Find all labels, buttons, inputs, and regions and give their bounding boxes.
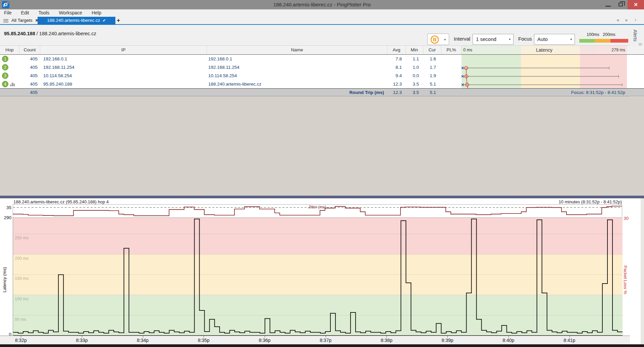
restore-button[interactable] — [615, 0, 628, 9]
chevron-down-icon: ▾ — [570, 34, 572, 44]
graph-title: 188.240.artemis-liberec.cz (95.85.240.18… — [13, 199, 109, 204]
timeline-graph-pane: 188.240.artemis-liberec.cz (95.85.240.18… — [0, 198, 644, 344]
summary-label: Round Trip (ms) — [207, 89, 387, 97]
summary-min: 3.5 — [406, 89, 423, 97]
header-cur[interactable]: Cur — [423, 46, 441, 54]
toolbar: 95.85.240.188 / 188.240.artemis-liberec.… — [0, 25, 644, 46]
close-button[interactable]: ✕ — [628, 0, 644, 9]
time-axis: 8:32p8:33p8:34p8:35p8:36p8:37p8:38p8:39p… — [0, 336, 630, 344]
hop-number-badge: 3 — [0, 71, 19, 80]
header-pl[interactable]: PL% — [441, 46, 462, 54]
hop-count: 405 — [19, 71, 40, 80]
packetloss-axis-label: Packet Loss % — [623, 265, 628, 294]
hop-count: 405 — [19, 55, 40, 63]
svg-text:100 ms: 100 ms — [15, 297, 29, 301]
hop-pl — [441, 71, 462, 80]
summary-avg: 12.3 — [387, 89, 406, 97]
title-bar: 188.240.artemis-liberec.cz - PingPlotter… — [0, 0, 644, 9]
focus-select[interactable]: Auto ▾ — [534, 34, 575, 45]
window-title: 188.240.artemis-liberec.cz - PingPlotter… — [0, 0, 644, 9]
table-body: 1405192.168.0.1192.168.0.17.81.11.624051… — [0, 55, 644, 88]
menu-tools[interactable]: Tools — [34, 9, 54, 17]
minimize-button[interactable] — [602, 0, 615, 9]
menu-bar: FileEditToolsWorkspaceHelp — [0, 9, 644, 17]
hop-avg: 12.3 — [387, 80, 406, 88]
hop-avg: 9.4 — [387, 71, 406, 80]
header-count[interactable]: Count — [19, 46, 40, 54]
pane-divider[interactable] — [0, 196, 644, 198]
svg-text:200 ms: 200 ms — [15, 256, 29, 261]
legend-100ms-label: 100ms — [587, 32, 599, 37]
header-min[interactable]: Min — [406, 46, 423, 54]
legend-gradient-bar — [579, 39, 628, 43]
time-tick-label: 8:40p — [498, 338, 519, 343]
pause-dropdown-button[interactable]: ▾ — [441, 34, 449, 45]
tab-list-menu-icon[interactable] — [3, 19, 8, 22]
menu-workspace[interactable]: Workspace — [54, 9, 87, 17]
header-name[interactable]: Name — [207, 46, 387, 54]
target-address: 95.85.240.188 / 188.240.artemis-liberec.… — [4, 31, 96, 36]
hop-min: 1.0 — [406, 63, 423, 71]
interval-select[interactable]: 1 second ▾ — [473, 34, 514, 45]
hop-name: 188.240.artemis-liberec.cz — [207, 80, 387, 88]
hop-cur: 1.6 — [423, 55, 441, 63]
hop-count: 405 — [19, 80, 40, 88]
header-ip[interactable]: IP — [40, 46, 207, 54]
hop-ip: 192.168.0.1 — [40, 55, 207, 63]
jitter-strip-chart[interactable]: Jitter (ms) — [13, 204, 622, 218]
svg-text:50 ms: 50 ms — [15, 317, 26, 322]
hop-avg: 7.8 — [387, 55, 406, 63]
new-tab-button[interactable]: + — [117, 17, 123, 24]
hop-min: 3.5 — [406, 80, 423, 88]
hop-ip: 10.114.58.254 — [40, 71, 207, 80]
hop-cur: 5.1 — [423, 80, 441, 88]
header-avg[interactable]: Avg — [387, 46, 406, 54]
hop-count: 405 — [19, 63, 40, 71]
svg-text:250 ms: 250 ms — [15, 236, 29, 240]
tab-all-targets[interactable]: All Targets✕ — [11, 17, 39, 24]
hop-cur: 1.7 — [423, 63, 441, 71]
time-tick-label: 8:38p — [376, 338, 396, 343]
latency-scale-title: Latency — [462, 46, 627, 54]
time-tick-label: 8:39p — [437, 338, 458, 343]
hop-avg: 8.1 — [387, 63, 406, 71]
header-hop[interactable]: Hop — [0, 46, 19, 54]
latency-axis-max: 290 — [1, 215, 11, 220]
time-tick-label: 8:35p — [194, 338, 214, 343]
time-tick-label: 8:32p — [11, 338, 31, 343]
hop-cur: 1.9 — [423, 71, 441, 80]
packetloss-axis-max: 30 — [624, 216, 629, 221]
hop-pl — [441, 63, 462, 71]
header-latency[interactable]: 0 ms Latency 279 ms — [462, 46, 627, 54]
latency-timeline-chart[interactable]: 250 ms200 ms150 ms100 ms50 ms — [13, 218, 622, 336]
tab-bar: All Targets✕ 188.240.artemis-liberec.cz✔… — [0, 17, 644, 25]
workspace-empty-area — [0, 97, 644, 196]
hop-name: 192.168.11.254 — [207, 63, 387, 71]
time-tick-label: 8:34p — [133, 338, 153, 343]
menu-help[interactable]: Help — [87, 9, 106, 17]
hop-pl — [441, 80, 462, 88]
summary-row[interactable]: 405 Round Trip (ms) 12.3 3.5 5.1 Focus: … — [0, 88, 644, 96]
pause-button[interactable] — [427, 34, 441, 45]
svg-text:150 ms: 150 ms — [15, 276, 29, 281]
hop-number-badge: 4 — [0, 80, 19, 88]
hop-number-badge: 1 — [0, 55, 19, 63]
hop-ip: 192.168.11.254 — [40, 63, 207, 71]
pause-icon — [430, 35, 439, 44]
jitter-caption: Jitter (ms) — [308, 205, 326, 209]
hop-row-1[interactable]: 1405192.168.0.1192.168.0.17.81.11.6 — [0, 55, 644, 63]
time-tick-label: 8:41p — [559, 338, 580, 343]
table-header-row: Hop Count IP Name Avg Min Cur PL% 0 ms L… — [0, 46, 644, 55]
latency-color-legend: 100ms 200ms — [579, 32, 628, 44]
focus-label: Focus — [518, 36, 532, 42]
menu-edit[interactable]: Edit — [16, 9, 34, 17]
chevron-down-icon: ▾ — [509, 34, 511, 44]
target-bars-icon — [10, 83, 15, 86]
menu-file[interactable]: File — [0, 9, 16, 17]
graph-time-range: 10 minutes (8:31:52p - 8:41:52p) — [558, 199, 622, 204]
alerts-tab[interactable]: Alerts — [633, 30, 638, 42]
tab-active-target[interactable]: 188.240.artemis-liberec.cz✔ — [38, 17, 115, 24]
latency-scale-max: 279 ms — [611, 46, 625, 54]
tab-scroll-arrows-icon[interactable]: ◀ ▶ ▾ — [616, 18, 639, 22]
interval-label: Interval — [454, 36, 470, 42]
